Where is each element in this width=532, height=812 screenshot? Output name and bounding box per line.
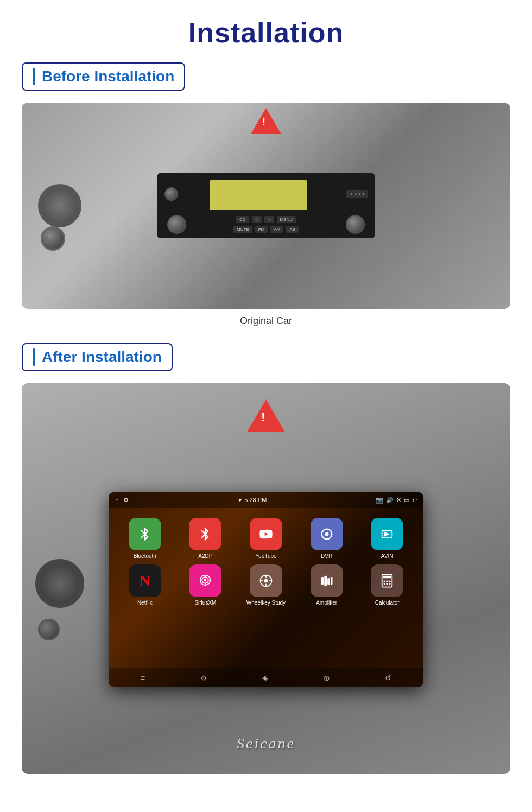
app-item-bluetooth[interactable]: Bluetooth xyxy=(123,518,167,559)
before-label-text: Before Installation xyxy=(42,68,174,85)
siriusxm-label: SiriusXM xyxy=(194,600,216,606)
after-steering-area xyxy=(35,559,84,640)
app-item-youtube[interactable]: YouTube xyxy=(244,518,288,559)
amplifier-app-icon xyxy=(311,564,343,597)
wheelkey-app-icon xyxy=(250,564,282,597)
svg-point-17 xyxy=(389,583,391,585)
bottom-icon-5: ↺ xyxy=(385,674,391,682)
status-bar-time: ▼ 5:28 PM xyxy=(237,497,267,503)
x-icon: ✕ xyxy=(396,497,401,504)
original-radio-unit: EJECT CD ◁ ▷ MENU MUTE FM xyxy=(157,173,375,238)
app-grid: Bluetooth A2DP xyxy=(109,508,423,668)
status-bar-left: ⌂ ⚙ xyxy=(115,497,129,504)
app-row-1: Bluetooth A2DP xyxy=(117,518,415,559)
youtube-app-icon xyxy=(250,518,282,550)
camera-status-icon: 📷 xyxy=(376,497,383,504)
app-item-wheelkey[interactable]: Wheelkey Study xyxy=(244,564,288,606)
volume-icon: 🔊 xyxy=(386,497,394,504)
after-car-photo: ⌂ ⚙ ▼ 5:28 PM 📷 🔊 ✕ ▭ ↩ xyxy=(22,383,510,774)
wheelkey-label: Wheelkey Study xyxy=(246,600,286,606)
bluetooth-app-icon xyxy=(129,518,161,550)
dvr-label: DVR xyxy=(321,553,332,559)
page-container: Installation Before Installation xyxy=(0,0,532,801)
app-item-a2dp[interactable]: A2DP xyxy=(183,518,227,559)
bottom-icon-3: ◈ xyxy=(262,674,268,682)
app-item-avin[interactable]: AVIN xyxy=(365,518,409,559)
radio-knob-right xyxy=(346,215,365,234)
before-caption: Original Car xyxy=(22,315,510,327)
bluetooth-label: Bluetooth xyxy=(134,553,156,559)
amplifier-label: Amplifier xyxy=(316,600,337,606)
radio-buttons: CD ◁ ▷ MENU MUTE FM AM AS xyxy=(162,215,370,234)
avin-app-icon xyxy=(371,518,403,550)
svg-point-16 xyxy=(386,583,388,585)
siriusxm-app-icon xyxy=(189,564,221,597)
svg-point-12 xyxy=(384,580,386,582)
seicane-branding: Seicane xyxy=(237,735,295,752)
radio-screen xyxy=(210,180,307,210)
back-icon[interactable]: ↩ xyxy=(412,497,417,504)
before-installation-label: Before Installation xyxy=(22,62,185,91)
ignition xyxy=(41,226,65,251)
a2dp-app-icon xyxy=(189,518,221,550)
svg-rect-11 xyxy=(383,576,391,579)
after-label-bar xyxy=(33,348,35,366)
calculator-label: Calculator xyxy=(375,600,400,606)
netflix-label: Netflix xyxy=(137,600,153,606)
app-item-amplifier[interactable]: Amplifier xyxy=(305,564,349,606)
svg-rect-7 xyxy=(324,576,327,586)
label-bar xyxy=(33,68,35,85)
svg-point-3 xyxy=(204,579,207,582)
after-installation-image: ⌂ ⚙ ▼ 5:28 PM 📷 🔊 ✕ ▭ ↩ xyxy=(22,383,510,774)
svg-rect-9 xyxy=(331,577,333,585)
before-car-photo: EJECT CD ◁ ▷ MENU MUTE FM xyxy=(22,103,510,309)
bottom-icon-4: ⊕ xyxy=(324,674,330,682)
app-item-calculator[interactable]: Calculator xyxy=(365,564,409,606)
before-installation-image: EJECT CD ◁ ▷ MENU MUTE FM xyxy=(22,103,510,309)
svg-point-5 xyxy=(264,579,268,583)
svg-point-13 xyxy=(386,580,388,582)
after-installation-label: After Installation xyxy=(22,343,173,371)
steering-wheel xyxy=(38,184,81,227)
after-label-text: After Installation xyxy=(42,348,162,366)
page-title: Installation xyxy=(22,0,510,62)
android-head-unit[interactable]: ⌂ ⚙ ▼ 5:28 PM 📷 🔊 ✕ ▭ ↩ xyxy=(109,492,423,687)
radio-button-group: CD ◁ ▷ MENU MUTE FM AM AS xyxy=(186,216,346,233)
home-icon[interactable]: ⌂ xyxy=(115,497,119,503)
dvr-app-icon xyxy=(311,518,343,550)
signal-icon: ⚙ xyxy=(123,497,129,504)
hazard-triangle-after xyxy=(247,399,285,432)
app-item-dvr[interactable]: DVR xyxy=(305,518,349,559)
netflix-app-icon: N xyxy=(129,564,161,597)
avin-label: AVIN xyxy=(381,553,394,559)
hazard-triangle-before xyxy=(251,108,281,134)
svg-rect-6 xyxy=(321,577,324,585)
svg-rect-8 xyxy=(327,578,330,585)
app-item-siriusxm[interactable]: SiriusXM xyxy=(183,564,227,606)
app-item-netflix[interactable]: N Netflix xyxy=(123,564,167,606)
a2dp-label: A2DP xyxy=(198,553,212,559)
svg-point-14 xyxy=(389,580,391,582)
seicane-text: Seicane xyxy=(237,735,295,752)
status-bar: ⌂ ⚙ ▼ 5:28 PM 📷 🔊 ✕ ▭ ↩ xyxy=(109,492,423,508)
youtube-label: YouTube xyxy=(255,553,276,559)
screen-content: ⌂ ⚙ ▼ 5:28 PM 📷 🔊 ✕ ▭ ↩ xyxy=(109,492,423,687)
app-row-2: N Netflix xyxy=(117,564,415,606)
radio-knob-left xyxy=(167,215,186,234)
svg-point-15 xyxy=(384,583,386,585)
bottom-icon-1: ≡ xyxy=(141,674,145,682)
android-bottom-bar: ≡ ⚙ ◈ ⊕ ↺ xyxy=(109,668,423,687)
rect-icon: ▭ xyxy=(404,497,409,504)
bottom-icon-2: ⚙ xyxy=(200,674,207,682)
calculator-app-icon xyxy=(371,564,403,597)
wifi-icon: ▼ xyxy=(237,497,243,503)
status-bar-right: 📷 🔊 ✕ ▭ ↩ xyxy=(376,497,417,504)
svg-point-1 xyxy=(325,532,328,536)
